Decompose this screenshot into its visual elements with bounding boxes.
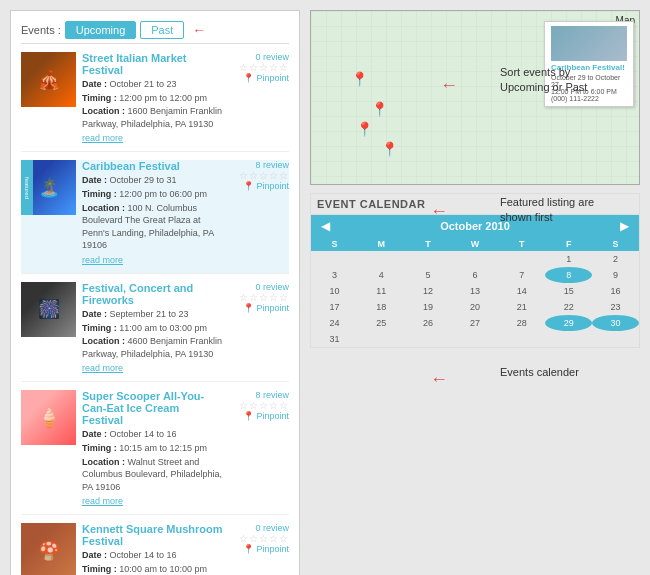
cal-day-f: F [545, 237, 592, 251]
pin-icon: 📍 [243, 544, 254, 554]
map-pin-icon: 📍 [356, 121, 373, 137]
annotation-calendar-text: Events calender [500, 365, 630, 380]
cal-day[interactable]: 5 [405, 267, 452, 283]
cal-day[interactable]: 17 [311, 299, 358, 315]
cal-day[interactable]: 26 [405, 315, 452, 331]
cal-week: 10111213141516 [311, 283, 639, 299]
event-location: Location : 4600 Benjamin Franklin Parkwa… [82, 335, 223, 360]
event-thumbnail: 🍄 [21, 523, 76, 575]
tabs-row: Events : Upcoming Past ← [21, 21, 289, 44]
annotation-arrow-sort: ← [440, 75, 458, 96]
cal-day[interactable]: 1 [545, 251, 592, 267]
cal-prev-button[interactable]: ◀ [317, 219, 334, 233]
cal-day[interactable]: 4 [358, 267, 405, 283]
read-more-link[interactable]: read more [82, 496, 123, 506]
event-date: Date : October 21 to 23 [82, 78, 223, 91]
event-thumbnail: 🎪 [21, 52, 76, 107]
cal-day [405, 251, 452, 267]
cal-day[interactable]: 30 [592, 315, 639, 331]
review-link[interactable]: 8 review [255, 160, 289, 170]
pinpoint-link[interactable]: 📍 Pinpoint [243, 544, 289, 554]
cal-day[interactable]: 18 [358, 299, 405, 315]
cal-day[interactable]: 15 [545, 283, 592, 299]
event-timing: Timing : 10:15 am to 12:15 pm [82, 442, 223, 455]
pinpoint-link[interactable]: 📍 Pinpoint [243, 73, 289, 83]
stars: ☆☆☆☆☆ [239, 62, 289, 73]
tab-upcoming[interactable]: Upcoming [65, 21, 137, 39]
cal-day[interactable]: 12 [405, 283, 452, 299]
events-label: Events : [21, 24, 61, 36]
cal-day[interactable]: 14 [498, 283, 545, 299]
cal-day-w: W [452, 237, 499, 251]
cal-day[interactable]: 19 [405, 299, 452, 315]
main-panel: Events : Upcoming Past ← 🎪 Street Italia… [10, 10, 300, 575]
cal-day[interactable]: 29 [545, 315, 592, 331]
annotation-sort: Sort events byUpcoming or Past ← [500, 65, 630, 96]
review-link[interactable]: 8 review [255, 390, 289, 400]
cal-day [358, 331, 405, 347]
cal-day[interactable]: 11 [358, 283, 405, 299]
cal-day[interactable]: 10 [311, 283, 358, 299]
cal-day[interactable]: 16 [592, 283, 639, 299]
cal-day[interactable]: 23 [592, 299, 639, 315]
review-link[interactable]: 0 review [255, 282, 289, 292]
cal-day[interactable]: 3 [311, 267, 358, 283]
event-item: 🎪 Street Italian Market Festival Date : … [21, 52, 289, 152]
cal-day[interactable]: 20 [452, 299, 499, 315]
annotation-arrow-featured: ← [430, 201, 448, 222]
thumb-image: 🎪 [21, 52, 76, 107]
review-link[interactable]: 0 review [255, 523, 289, 533]
review-link[interactable]: 0 review [255, 52, 289, 62]
event-meta: 0 review ☆☆☆☆☆ 📍 Pinpoint [229, 282, 289, 373]
cal-day [545, 331, 592, 347]
event-item: 🎆 Festival, Concert and Fireworks Date :… [21, 282, 289, 382]
cal-day[interactable]: 27 [452, 315, 499, 331]
pin-icon: 📍 [243, 181, 254, 191]
event-timing: Timing : 11:00 am to 03:00 pm [82, 322, 223, 335]
cal-day [452, 251, 499, 267]
event-title: Caribbean Festival [82, 160, 223, 172]
thumb-image: 🎆 [21, 282, 76, 337]
thumb-image: 🍦 [21, 390, 76, 445]
featured-badge: featured [21, 160, 33, 215]
map-area: 📍 📍 📍 📍 Map Caribbean Festival! October … [310, 10, 640, 185]
map-pin-icon: 📍 [371, 101, 388, 117]
tab-past[interactable]: Past [140, 21, 184, 39]
stars: ☆☆☆☆☆ [239, 400, 289, 411]
cal-day[interactable]: 7 [498, 267, 545, 283]
pin-icon: 📍 [243, 73, 254, 83]
thumb-image: 🍄 [21, 523, 76, 575]
cal-day[interactable]: 28 [498, 315, 545, 331]
cal-day[interactable]: 13 [452, 283, 499, 299]
read-more-link[interactable]: read more [82, 363, 123, 373]
event-thumbnail: 🍦 [21, 390, 76, 445]
event-timing: Timing : 12:00 pm to 06:00 pm [82, 188, 223, 201]
read-more-link[interactable]: read more [82, 133, 123, 143]
cal-day[interactable]: 2 [592, 251, 639, 267]
cal-day[interactable]: 21 [498, 299, 545, 315]
pinpoint-link[interactable]: 📍 Pinpoint [243, 181, 289, 191]
popup-phone: (000) 111-2222 [551, 95, 627, 102]
cal-day[interactable]: 31 [311, 331, 358, 347]
event-title: Street Italian Market Festival [82, 52, 223, 76]
pinpoint-link[interactable]: 📍 Pinpoint [243, 411, 289, 421]
cal-day[interactable]: 9 [592, 267, 639, 283]
event-list: 🎪 Street Italian Market Festival Date : … [21, 52, 289, 575]
event-title: Kennett Square Mushroom Festival [82, 523, 223, 547]
cal-week: 24252627282930 [311, 315, 639, 331]
event-info: Kennett Square Mushroom Festival Date : … [82, 523, 223, 575]
cal-days-header: S M T W T F S [311, 237, 639, 251]
cal-day-t2: T [498, 237, 545, 251]
cal-day[interactable]: 24 [311, 315, 358, 331]
calendar-grid: S M T W T F S 12345678910111213141516171… [311, 237, 639, 347]
pinpoint-link[interactable]: 📍 Pinpoint [243, 303, 289, 313]
read-more-link[interactable]: read more [82, 255, 123, 265]
event-meta: 0 review ☆☆☆☆☆ 📍 Pinpoint [229, 523, 289, 575]
cal-day[interactable]: 8 [545, 267, 592, 283]
cal-day[interactable]: 22 [545, 299, 592, 315]
cal-day [498, 251, 545, 267]
map-pin-icon: 📍 [381, 141, 398, 157]
cal-day[interactable]: 6 [452, 267, 499, 283]
event-info: Street Italian Market Festival Date : Oc… [82, 52, 223, 143]
cal-day[interactable]: 25 [358, 315, 405, 331]
